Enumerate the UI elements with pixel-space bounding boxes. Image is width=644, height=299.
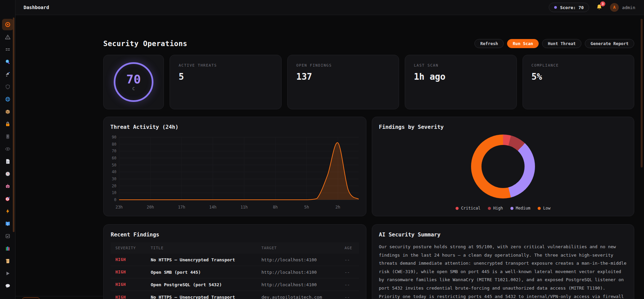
sidebar-item-clock[interactable] xyxy=(2,168,13,180)
bottom-row: Recent Findings SEVERITY TITLE TARGET AG… xyxy=(103,224,634,299)
play-icon xyxy=(5,270,11,276)
sidebar-item-search[interactable] xyxy=(2,56,13,68)
sidebar-item-package[interactable] xyxy=(2,106,13,117)
severity-donut-chart xyxy=(471,135,535,198)
table-title: Recent Findings xyxy=(111,231,359,238)
svg-text:5h: 5h xyxy=(304,205,309,210)
dock-chip-button[interactable] xyxy=(22,297,40,299)
donut-hole xyxy=(481,145,525,188)
table-row[interactable]: HIGHNo HTTPS — Unencrypted Transportdev.… xyxy=(111,291,359,299)
sidebar-item-list[interactable] xyxy=(2,44,13,55)
sidebar-item-checkbox[interactable] xyxy=(2,230,13,242)
target-cell: dev.autopilotaitech.com xyxy=(261,295,345,299)
sidebar-item-eye[interactable] xyxy=(2,143,13,155)
stat-card-last-scan: LAST SCAN 1h ago xyxy=(405,55,517,109)
svg-text:0: 0 xyxy=(114,197,116,202)
table-header: SEVERITY TITLE TARGET AGE xyxy=(111,242,359,254)
footer-divider xyxy=(15,296,104,296)
svg-text:50: 50 xyxy=(112,163,116,167)
threat-activity-card: Threat Activity (24h) 010203040506070809… xyxy=(103,117,366,216)
sidebar-item-document[interactable] xyxy=(2,156,13,167)
sidebar-item-globe[interactable] xyxy=(2,94,13,105)
server-icon xyxy=(5,134,11,140)
app-title: Dashboard xyxy=(24,5,49,10)
books-icon xyxy=(5,246,11,252)
legend-dot-icon xyxy=(488,207,491,210)
warning-icon xyxy=(5,34,11,40)
bell-icon xyxy=(596,5,603,12)
page-header: Security Operations Refresh Run Scan Hun… xyxy=(103,39,634,48)
sidebar-item-shield[interactable] xyxy=(2,81,13,92)
legend-item-high: High xyxy=(488,206,503,211)
bolt-icon xyxy=(5,208,11,214)
page-scrollbar[interactable] xyxy=(641,19,643,167)
legend-label: Critical xyxy=(461,206,480,211)
sidebar-item-satellite[interactable] xyxy=(2,69,13,80)
sidebar-scrollbar[interactable] xyxy=(13,17,14,232)
satellite-icon xyxy=(5,71,11,77)
column-header-title: TITLE xyxy=(151,246,261,250)
sidebar-item-play[interactable] xyxy=(2,268,13,279)
sidebar-item-dart[interactable] xyxy=(2,193,13,204)
stats-row: 70 C ACTIVE THREATS 5 OPEN FINDINGS 137 … xyxy=(103,55,634,109)
table-row[interactable]: HIGHOpen PostgreSQL (port 5432)http://lo… xyxy=(111,278,359,291)
table-row[interactable]: HIGHOpen SMB (port 445)http://localhost:… xyxy=(111,266,359,278)
sidebar-item-server[interactable] xyxy=(2,131,13,142)
refresh-button[interactable]: Refresh xyxy=(474,39,504,48)
generate-report-button[interactable]: Generate Report xyxy=(585,39,634,48)
summary-title: AI Security Summary xyxy=(379,231,627,238)
legend-item-medium: Medium xyxy=(510,206,530,211)
app-window: Dashboard Score: 70 3 A admin Security O… xyxy=(0,0,644,299)
globe-icon xyxy=(5,96,11,102)
package-icon xyxy=(5,109,11,115)
score-pill-label: Score: 70 xyxy=(560,5,583,10)
legend-label: High xyxy=(493,206,503,211)
dart-icon xyxy=(5,196,11,202)
page-actions: Refresh Run Scan Hunt Threat Generate Re… xyxy=(474,39,634,48)
title-cell: No HTTPS — Unencrypted Transport xyxy=(151,295,261,299)
stat-value: 5 xyxy=(179,72,273,82)
avatar: A xyxy=(610,3,619,12)
svg-text:8h: 8h xyxy=(273,205,278,210)
score-dot-icon xyxy=(554,6,557,9)
severity-cell: HIGH xyxy=(115,257,151,262)
charts-row: Threat Activity (24h) 010203040506070809… xyxy=(103,117,634,216)
chart-title: Findings by Severity xyxy=(379,124,444,130)
title-cell: Open SMB (port 445) xyxy=(151,270,261,275)
sidebar-item-books[interactable] xyxy=(2,243,13,254)
sidebar-item-bolt[interactable] xyxy=(2,205,13,217)
sidebar-item-chat[interactable] xyxy=(2,280,13,292)
table-row[interactable]: HIGHNo HTTPS — Unencrypted Transporthttp… xyxy=(111,254,359,266)
sidebar-item-lock[interactable] xyxy=(2,118,13,130)
document-icon xyxy=(5,158,11,164)
sidebar-item-robot[interactable] xyxy=(2,181,13,192)
sidebar-item-scroll[interactable] xyxy=(2,255,13,267)
user-menu[interactable]: A admin xyxy=(610,3,635,12)
notifications-button[interactable]: 3 xyxy=(596,4,603,11)
legend-item-critical: Critical xyxy=(456,206,480,211)
eye-icon xyxy=(5,146,11,152)
sidebar-item-target[interactable] xyxy=(2,19,13,30)
svg-text:60: 60 xyxy=(112,156,116,160)
sidebar-item-book[interactable] xyxy=(2,218,13,229)
search-icon xyxy=(5,59,11,65)
scroll-icon xyxy=(5,258,11,264)
svg-text:40: 40 xyxy=(112,170,116,174)
findings-severity-card: Findings by Severity CriticalHighMediumL… xyxy=(372,117,634,216)
robot-icon xyxy=(5,183,11,189)
column-header-target: TARGET xyxy=(261,246,345,250)
column-header-severity: SEVERITY xyxy=(115,246,151,250)
score-pill[interactable]: Score: 70 xyxy=(549,3,589,12)
age-cell: -- xyxy=(345,257,359,262)
book-icon xyxy=(5,221,11,227)
svg-text:20h: 20h xyxy=(147,205,154,210)
severity-cell: HIGH xyxy=(115,282,151,287)
run-scan-button[interactable]: Run Scan xyxy=(507,39,539,48)
hunt-threat-button[interactable]: Hunt Threat xyxy=(542,39,581,48)
sidebar-item-warning[interactable] xyxy=(2,31,13,43)
target-cell: http://localhost:4100 xyxy=(261,282,345,287)
column-header-age: AGE xyxy=(345,246,359,250)
stat-label: ACTIVE THREATS xyxy=(179,63,273,68)
legend-item-low: Low xyxy=(538,206,550,211)
ai-summary-card: AI Security Summary Our security posture… xyxy=(372,224,634,299)
